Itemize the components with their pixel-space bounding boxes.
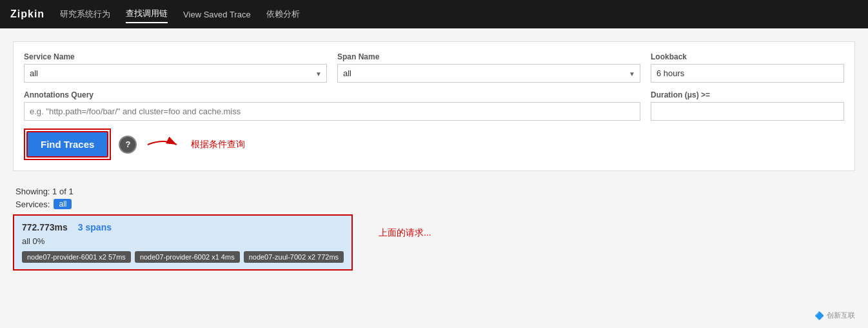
navbar-brand: Zipkin (10, 8, 44, 20)
service-name-group: Service Name all ▼ (24, 52, 327, 83)
search-form: Service Name all ▼ Span Name all ▼ (13, 41, 855, 171)
form-row-2: Annotations Query Duration (μs) >= (24, 90, 844, 121)
navbar: Zipkin 研究系统行为 查找调用链 View Saved Trace 依赖分… (0, 0, 868, 28)
annotation-hint: 根据条件查询 (191, 139, 245, 150)
service-name-label: Service Name (24, 52, 327, 61)
annotations-label: Annotations Query (24, 90, 640, 99)
duration-label: Duration (μs) >= (651, 90, 844, 99)
find-button-box: Find Traces (24, 128, 111, 160)
annotations-input[interactable] (24, 102, 640, 121)
duration-group: Duration (μs) >= (651, 90, 844, 121)
showing-text: Showing: 1 of 1 (15, 187, 855, 196)
annotations-group: Annotations Query (24, 90, 640, 121)
span-name-select[interactable]: all (337, 64, 640, 83)
trace-result[interactable]: 772.773ms 3 spans all 0% node07-provider… (13, 214, 353, 271)
trace-service: all 0% (22, 236, 344, 246)
help-icon[interactable]: ? (119, 136, 137, 154)
lookback-group: Lookback (651, 52, 844, 83)
trace-tags: node07-provider-6001 x2 57ms node07-prov… (22, 251, 344, 263)
annotation-arrow-icon (144, 135, 183, 154)
trace-tag-1: node07-provider-6002 x1 4ms (135, 251, 240, 263)
span-name-group: Span Name all ▼ (337, 52, 640, 83)
lookback-input[interactable] (651, 64, 844, 83)
trace-duration: 772.773ms (22, 222, 68, 232)
results-summary: Showing: 1 of 1 Services: all (13, 181, 855, 212)
service-name-select[interactable]: all (24, 64, 327, 83)
find-traces-button[interactable]: Find Traces (26, 131, 108, 158)
result-hint: 上面的请求... (379, 214, 431, 239)
services-row: Services: all (15, 199, 855, 209)
span-name-select-wrapper: all ▼ (337, 64, 640, 83)
duration-input[interactable] (651, 102, 844, 121)
trace-header: 772.773ms 3 spans (22, 222, 344, 232)
form-row-1: Service Name all ▼ Span Name all ▼ (24, 52, 844, 83)
services-label: Services: (15, 200, 50, 209)
trace-tag-0: node07-provider-6001 x2 57ms (22, 251, 131, 263)
result-area: 772.773ms 3 spans all 0% node07-provider… (13, 212, 855, 278)
lookback-label: Lookback (651, 52, 844, 61)
nav-link-system[interactable]: 研究系统行为 (60, 6, 110, 23)
service-name-select-wrapper: all ▼ (24, 64, 327, 83)
trace-spans: 3 spans (78, 222, 112, 232)
service-badge[interactable]: all (54, 199, 72, 209)
nav-link-find[interactable]: 查找调用链 (126, 5, 168, 23)
nav-link-saved[interactable]: View Saved Trace (183, 7, 251, 22)
button-row: Find Traces ? 根据条件查询 (24, 128, 844, 160)
span-name-label: Span Name (337, 52, 640, 61)
nav-link-deps[interactable]: 依赖分析 (266, 6, 300, 23)
trace-tag-2: node07-zuul-7002 x2 772ms (244, 251, 344, 263)
main-content: Service Name all ▼ Span Name all ▼ (0, 28, 868, 278)
